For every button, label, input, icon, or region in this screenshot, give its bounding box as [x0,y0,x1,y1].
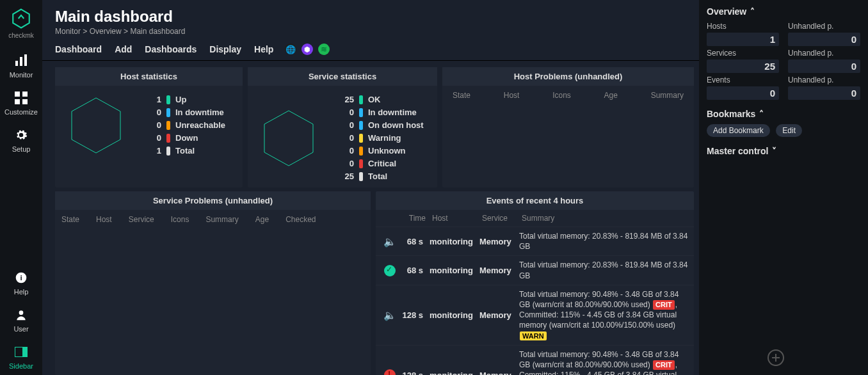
overview-snapin: Overview ˄ Hosts1Unhandled p.0Services25… [707,6,860,100]
page-title: Main dashboard [55,8,699,26]
master-control-snapin: Master control ˅ [707,146,860,156]
stat-row[interactable]: 0Down [137,133,225,143]
nav-monitor[interactable]: Monitor [0,47,42,84]
stat-row[interactable]: 0Unreachable [137,120,225,130]
chevron-up-icon: ˄ [750,6,755,17]
status-color-bar [359,147,363,156]
breadcrumb: Monitor Overview Main dashboard [55,27,699,36]
speaker-icon: 🔈 [383,309,396,321]
overview-cell[interactable]: Hosts1 [707,22,779,46]
brand-text: checkmk [8,32,33,39]
bookmarks-title[interactable]: Bookmarks ˄ [707,109,860,119]
chevron-up-icon: ˄ [759,109,764,119]
svg-marker-14 [264,111,313,166]
nav-sidebar-toggle[interactable]: Sidebar [0,338,42,375]
menu-dashboard[interactable]: Dashboard [55,44,102,54]
menu-add[interactable]: Add [115,44,132,54]
overview-cell[interactable]: Services25 [707,49,779,73]
svg-rect-3 [24,54,27,66]
status-color-bar [166,95,170,104]
stat-row[interactable]: 0On down host [330,120,424,130]
crit-badge: CRIT [653,360,675,370]
overview-cell[interactable]: Unhandled p.0 [788,22,860,46]
service-hexagon[interactable] [248,95,330,181]
crumb[interactable]: Monitor [55,27,81,36]
spotify-icon[interactable]: ≋ [318,44,330,55]
nav-help[interactable]: i Help [0,264,42,301]
menu-help[interactable]: Help [254,44,273,54]
status-color-bar [359,134,363,143]
stat-row[interactable]: 1Up [137,95,225,104]
add-snapin-button[interactable] [767,349,785,369]
panel-host-problems: Host Problems (unhandled) State Host Ico… [442,67,694,188]
user-icon [13,307,29,323]
svg-text:i: i [20,273,22,282]
stat-row[interactable]: 25Total [330,172,424,181]
status-color-bar [359,108,363,117]
panel-host-stats: Host statistics 1Up0In downtime0Unreacha… [55,67,243,188]
crumb[interactable]: Main dashboard [124,27,185,36]
master-control-title[interactable]: Master control ˅ [707,146,860,156]
stat-row[interactable]: 25OK [330,95,424,104]
menu-display[interactable]: Display [209,44,241,54]
stat-row[interactable]: 0In downtime [330,108,424,117]
panel-events: Events of recent 4 hours Time Host Servi… [376,191,694,375]
crumb[interactable]: Overview [83,27,121,36]
stat-row[interactable]: 1Total [137,146,225,156]
svg-point-10 [19,310,24,315]
globe-icon[interactable]: 🌐 [285,44,296,55]
status-color-bar [166,121,170,130]
svg-rect-5 [22,92,28,97]
stat-row[interactable]: 0Warning [330,133,424,143]
menu-dashboards[interactable]: Dashboards [145,44,197,54]
svg-rect-7 [22,99,28,104]
overview-cell[interactable]: Unhandled p.0 [788,76,860,100]
bars-icon [13,53,29,68]
host-problems-header: State Host Icons Age Summary [442,86,694,105]
svg-marker-13 [72,98,120,153]
panel-service-stats: Service statistics 25OK0In downtime0On d… [248,67,437,188]
nav-setup[interactable]: Setup [0,121,42,158]
panel-service-problems: Service Problems (unhandled) State Host … [55,191,371,375]
stat-row[interactable]: 0In downtime [137,108,225,117]
nav-customize[interactable]: Customize [0,84,42,121]
edit-bookmarks-button[interactable]: Edit [776,124,802,137]
status-color-bar [359,172,363,181]
menubar: Dashboard Add Dashboards Display Help 🌐 … [42,38,699,61]
nav-user[interactable]: User [0,301,42,338]
crit-badge: CRIT [653,300,675,310]
sidebar-icon [13,344,29,360]
svg-rect-1 [15,61,18,66]
status-color-bar [166,108,170,117]
info-icon: i [13,270,29,285]
svg-rect-6 [15,99,20,104]
gear-icon [13,127,29,143]
host-hexagon[interactable] [55,95,137,156]
stat-row[interactable]: 0Critical [330,159,424,168]
panel-title: Host Problems (unhandled) [442,67,694,86]
status-color-bar [166,134,170,143]
stat-row[interactable]: 0Unknown [330,146,424,156]
status-color-bar [359,95,363,104]
panel-title: Service statistics [248,67,437,86]
svg-rect-2 [20,57,22,66]
add-bookmark-button[interactable]: Add Bookmark [707,124,770,137]
bookmarks-snapin: Bookmarks ˄ Add Bookmark Edit [707,109,860,137]
event-row[interactable]: 68 smonitoringMemoryTotal virtual memory… [376,255,694,284]
event-row[interactable]: 🔈68 smonitoringMemoryTotal virtual memor… [376,227,694,255]
overview-title[interactable]: Overview ˄ [707,6,860,17]
overview-cell[interactable]: Unhandled p.0 [788,49,860,73]
cube-icon[interactable]: ⬢ [301,44,313,55]
status-color-bar [359,159,363,168]
sidebar-right: Overview ˄ Hosts1Unhandled p.0Services25… [699,0,868,375]
overview-cell[interactable]: Events0 [707,76,779,100]
event-row[interactable]: 128 smonitoringMemoryTotal virtual memor… [376,345,694,375]
main-area: Main dashboard Monitor Overview Main das… [42,0,699,375]
grid-icon [13,90,29,106]
svg-marker-0 [13,10,29,28]
speaker-icon: 🔈 [383,235,396,248]
event-row[interactable]: 🔈128 smonitoringMemoryTotal virtual memo… [376,285,694,345]
status-color-bar [359,121,363,130]
events-header: Time Host Service Summary [376,210,694,227]
brand-logo[interactable] [9,6,33,31]
